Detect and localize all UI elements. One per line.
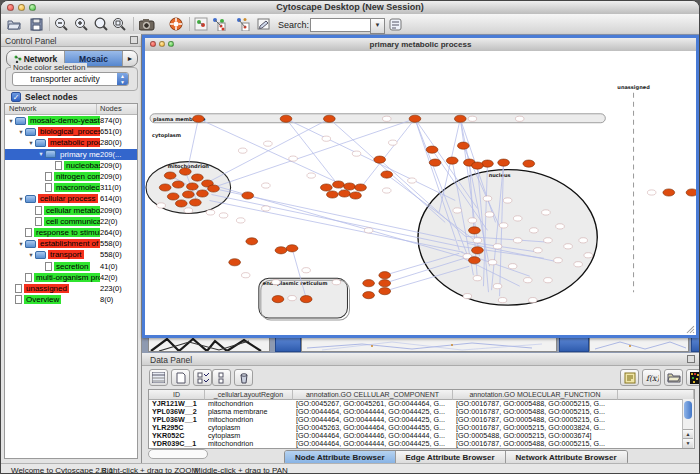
network-node-selected[interactable] — [300, 296, 312, 303]
import-attributes-icon[interactable] — [664, 369, 683, 386]
tree-row[interactable]: secretion41(0) — [5, 260, 137, 271]
network-node-selected[interactable] — [355, 184, 367, 191]
network-node-selected[interactable] — [167, 193, 179, 200]
table-column-header[interactable]: annotation.GO CELLULAR_COMPONENT — [293, 390, 453, 400]
tree-row[interactable]: ▼mosaic-demo-yeast874(0) — [5, 115, 137, 126]
network-node[interactable] — [236, 218, 244, 223]
float-panel-icon[interactable] — [687, 355, 695, 363]
network-node-selected[interactable] — [381, 171, 393, 178]
network-node-selected[interactable] — [159, 184, 171, 191]
network-node[interactable] — [544, 278, 552, 283]
network-node-selected[interactable] — [446, 157, 458, 164]
background-window-sliver[interactable] — [301, 337, 557, 352]
zoom-in-icon[interactable] — [73, 16, 89, 32]
zoom-out-icon[interactable] — [53, 16, 69, 32]
network-node[interactable] — [584, 253, 592, 258]
search-input[interactable] — [310, 18, 374, 32]
save-icon[interactable] — [28, 16, 44, 32]
network-node[interactable] — [389, 140, 397, 145]
network-node-selected[interactable] — [363, 292, 375, 299]
background-window-titlebar[interactable] — [559, 337, 589, 352]
network-node-selected[interactable] — [379, 272, 391, 279]
network-node[interactable] — [408, 178, 416, 183]
network-node-selected[interactable] — [426, 146, 438, 153]
network-node-selected[interactable] — [350, 192, 362, 199]
network-edge[interactable] — [329, 119, 445, 223]
network-node-selected[interactable] — [190, 199, 202, 206]
scroll-down-icon[interactable]: ▼ — [683, 438, 693, 448]
network-node-selected[interactable] — [523, 160, 535, 167]
network-node[interactable] — [503, 198, 511, 203]
node-color-dropdown[interactable]: transporter activity ▲▼ — [12, 72, 129, 86]
network-node[interactable] — [493, 244, 501, 249]
table-row[interactable]: YPL036W__2plasma membrane[GO:0044464, GO… — [149, 408, 694, 416]
network-node-selected[interactable] — [379, 288, 391, 295]
network-node[interactable] — [262, 206, 270, 211]
network-node[interactable] — [515, 116, 523, 121]
tree-row[interactable]: nitrogen compo209(0) — [5, 171, 137, 182]
tree-row[interactable]: response to stimulu264(0) — [5, 227, 137, 238]
unselect-attributes-icon[interactable] — [212, 369, 231, 386]
tree-row[interactable]: nucleobase-209(0) — [5, 160, 137, 171]
search-options-icon[interactable] — [387, 16, 403, 32]
tree-row[interactable]: macromolecule311(0) — [5, 182, 137, 193]
network-node[interactable] — [564, 244, 572, 249]
network-node-selected[interactable] — [686, 189, 696, 196]
network-edge[interactable] — [359, 119, 415, 191]
network-node[interactable] — [463, 294, 471, 299]
network-node-selected[interactable] — [469, 227, 481, 234]
network-node[interactable] — [322, 136, 330, 141]
tree-row[interactable]: ▼establishment of lo558(0) — [5, 238, 137, 249]
table-column-header[interactable]: ID — [149, 390, 205, 400]
network-node[interactable] — [488, 260, 496, 265]
table-vertical-scrollbar[interactable]: ▲ ▼ — [682, 399, 694, 448]
tree-row[interactable]: ▼primary metabo209(... — [5, 149, 137, 160]
network-node[interactable] — [513, 216, 521, 221]
network-node[interactable] — [534, 248, 542, 253]
network-node-selected[interactable] — [175, 200, 187, 207]
network-canvas[interactable]: plasma membrane cytoplasm mitochondrion … — [145, 51, 696, 335]
network-node[interactable] — [529, 298, 537, 303]
select-nodes-checkbox[interactable]: ✓ — [11, 92, 21, 102]
table-row[interactable]: YDR039C__1mitochondrion[GO:0044464, GO:0… — [149, 440, 694, 448]
tree-row[interactable]: multi-organism pro42(0) — [5, 272, 137, 283]
layout-nodes-1-icon[interactable] — [193, 16, 209, 32]
network-node-selected[interactable] — [280, 115, 292, 122]
delete-attribute-icon[interactable] — [234, 369, 253, 386]
table-row[interactable]: YLR295Ccytoplasm[GO:0045263, GO:0044464,… — [149, 424, 694, 432]
network-node[interactable] — [352, 151, 360, 156]
network-node-selected[interactable] — [286, 245, 298, 252]
network-node-selected[interactable] — [409, 115, 421, 122]
network-window-titlebar[interactable]: primary metabolic process — [145, 38, 696, 52]
network-node-selected[interactable] — [429, 159, 441, 166]
tree-row[interactable]: ▼transport558(0) — [5, 249, 137, 260]
network-node-selected[interactable] — [323, 115, 335, 122]
zoom-selected-icon[interactable] — [111, 16, 127, 32]
table-row[interactable]: YPL036W__1mitochondrion[GO:0044464, GO:0… — [149, 416, 694, 424]
network-node[interactable] — [485, 212, 493, 217]
open-icon[interactable] — [6, 16, 22, 32]
network-node-selected[interactable] — [164, 172, 176, 179]
zoom-fit-icon[interactable] — [93, 16, 109, 32]
network-node[interactable] — [453, 208, 461, 213]
network-edge[interactable] — [286, 119, 455, 201]
network-node-selected[interactable] — [179, 168, 191, 175]
network-node[interactable] — [468, 218, 476, 223]
scrollbar-thumb[interactable] — [684, 401, 692, 419]
network-node[interactable] — [262, 183, 270, 188]
network-node[interactable] — [219, 213, 227, 218]
tree-row[interactable]: ▼biological_process651(0) — [5, 126, 137, 137]
resize-grip-icon[interactable] — [687, 326, 694, 333]
network-node-selected[interactable] — [275, 247, 287, 254]
network-node-selected[interactable] — [379, 280, 391, 287]
network-node[interactable] — [556, 224, 564, 229]
network-node-selected[interactable] — [320, 184, 332, 191]
network-node[interactable] — [542, 210, 550, 215]
network-edge[interactable] — [286, 119, 342, 191]
network-node-selected[interactable] — [229, 259, 241, 266]
network-node[interactable] — [508, 264, 516, 269]
tab-overflow-arrow[interactable]: ► — [123, 51, 137, 66]
function-builder-icon[interactable]: f(x) — [642, 369, 661, 386]
float-panel-icon[interactable] — [130, 36, 138, 44]
layout-nodes-3-icon[interactable] — [234, 16, 250, 32]
